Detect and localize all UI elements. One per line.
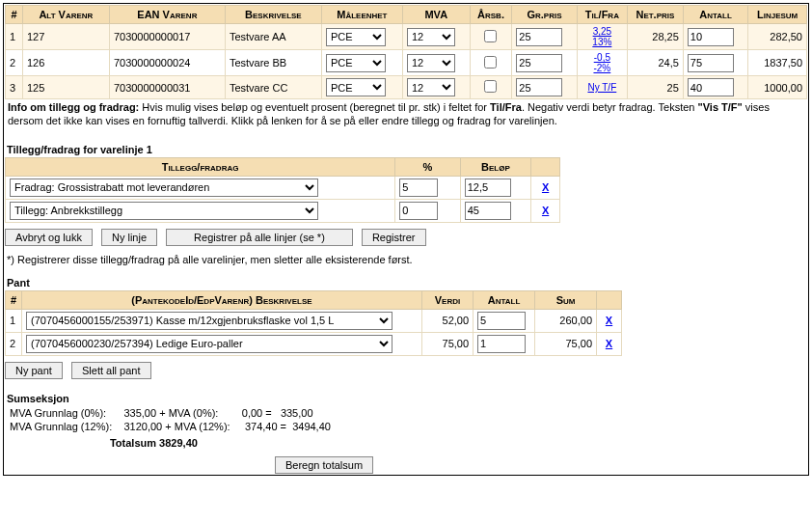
row-num: 1	[6, 309, 22, 332]
col-enhet: Måleenhet	[321, 6, 402, 24]
linjesum: 1837,50	[748, 50, 807, 76]
tf-col-b: %	[395, 157, 460, 176]
beregn-button[interactable]: Beregn totalsum	[275, 456, 373, 474]
pant-verdi: 75,00	[421, 332, 473, 355]
avbryt-button[interactable]: Avbryt og lukk	[5, 229, 93, 246]
grpris-input[interactable]	[516, 28, 562, 46]
tf-link[interactable]: 13%	[592, 37, 611, 47]
enhet-select[interactable]: PCE	[326, 28, 386, 46]
table-row: 2 (7070456000230/257394) Ledige Euro-pal…	[6, 332, 622, 355]
ean-varenr: 7030000000031	[109, 76, 225, 99]
tf-belop-input[interactable]	[465, 179, 511, 197]
pant-col-v: Verdi	[421, 290, 473, 309]
antall-input[interactable]	[688, 54, 734, 72]
table-row: Tillegg: Anbrekkstillegg X	[6, 199, 560, 222]
row-num: 1	[6, 24, 23, 50]
pant-antall-input[interactable]	[477, 312, 526, 330]
registrer-alle-button[interactable]: Registrer på alle linjer (se *)	[166, 229, 353, 246]
ean-varenr: 7030000000024	[109, 50, 225, 76]
mva-select[interactable]: 12	[407, 78, 455, 96]
row-num: 3	[6, 76, 23, 99]
pant-col-n: #	[6, 290, 22, 309]
delete-x-link[interactable]: X	[538, 205, 553, 216]
arsb-checkbox[interactable]	[484, 56, 497, 69]
ean-varenr: 7030000000017	[109, 24, 225, 50]
pant-select[interactable]: (7070456000155/253971) Kasse m/12xgjenbr…	[26, 312, 392, 330]
enhet-select[interactable]: PCE	[326, 78, 386, 96]
tf-link[interactable]: -0,5	[594, 52, 610, 63]
netpris: 28,25	[627, 24, 683, 50]
pant-buttons: Ny pant Slett all pant	[5, 356, 807, 383]
tf-note: *) Registrerer disse tillegg/fradrag på …	[5, 250, 807, 267]
table-row: 1 127 7030000000017 Testvare AA PCE 12 3…	[6, 24, 807, 50]
tf-pct-input[interactable]	[399, 202, 438, 220]
col-antall: Antall	[683, 6, 747, 24]
tf-select[interactable]: Tillegg: Anbrekkstillegg	[10, 202, 318, 220]
tf-pct-input[interactable]	[399, 179, 438, 197]
pant-verdi: 52,00	[421, 309, 473, 332]
table-row: 3 125 7030000000031 Testvare CC PCE 12 N…	[6, 76, 807, 99]
pant-antall-input[interactable]	[477, 335, 526, 353]
ny-tf-link[interactable]: Ny T/F	[587, 82, 616, 93]
pant-sum: 260,00	[535, 309, 597, 332]
row-num: 2	[6, 50, 23, 76]
sum-title: Sumseksjon	[5, 383, 807, 406]
grpris-input[interactable]	[516, 54, 562, 72]
tf-table: Tillegg/fradrag % Beløp Fradrag: Grossis…	[5, 157, 560, 223]
sum-line-0: MVA Grunnlag (0%): 335,00 + MVA (0%): 0,…	[5, 406, 807, 420]
col-netpris: Net.pris	[627, 6, 683, 24]
pant-col-b: (PantekodeId/EdpVarenr) Beskrivelse	[22, 290, 422, 309]
alt-varenr: 126	[22, 50, 109, 76]
arsb-checkbox[interactable]	[484, 80, 497, 93]
registrer-button[interactable]: Registrer	[362, 229, 426, 246]
tf-col-a: Tillegg/fradrag	[6, 157, 395, 176]
info-lead: Info om tillegg og fradrag:	[8, 101, 139, 113]
mva-select[interactable]: 12	[407, 28, 455, 46]
slett-pant-button[interactable]: Slett all pant	[71, 362, 151, 379]
table-row: Fradrag: Grossistrabatt mot leverandøren…	[6, 176, 560, 199]
col-grpris: Gr.pris	[512, 6, 577, 24]
antall-input[interactable]	[688, 78, 734, 96]
col-arsb: Årsb.	[470, 6, 512, 24]
col-linjesum: Linjesum	[748, 6, 807, 24]
netpris: 25	[627, 76, 683, 99]
col-ean: EAN Varenr	[109, 6, 225, 24]
antall-input[interactable]	[688, 28, 734, 46]
tf-select[interactable]: Fradrag: Grossistrabatt mot leverandøren	[10, 179, 318, 197]
mva-select[interactable]: 12	[407, 54, 455, 72]
beskrivelse: Testvare BB	[225, 50, 321, 76]
pant-select[interactable]: (7070456000230/257394) Ledige Euro-palle…	[26, 335, 392, 353]
tf-section-title: Tillegg/fradrag for varelinje 1	[5, 134, 807, 157]
beskrivelse: Testvare AA	[225, 24, 321, 50]
tf-link[interactable]: -2%	[593, 63, 610, 73]
ny-pant-button[interactable]: Ny pant	[5, 362, 63, 379]
linjesum: 1000,00	[748, 76, 807, 99]
delete-x-link[interactable]: X	[538, 181, 553, 193]
info-text: Info om tillegg og fradrag: Hvis mulig v…	[5, 99, 807, 134]
delete-x-link[interactable]: X	[602, 315, 616, 326]
col-tilfra: Til/Fra	[577, 6, 627, 24]
col-alt: Alt Varenr	[22, 6, 109, 24]
arsb-checkbox[interactable]	[484, 30, 497, 42]
col-num: #	[6, 6, 23, 24]
tf-buttons: Avbryt og lukk Ny linje Registrer på all…	[5, 223, 807, 250]
table-row: 2 126 7030000000024 Testvare BB PCE 12 -…	[6, 50, 807, 76]
row-num: 2	[6, 332, 22, 355]
pant-title: Pant	[5, 267, 807, 290]
ny-linje-button[interactable]: Ny linje	[101, 229, 157, 246]
grpris-input[interactable]	[516, 78, 562, 96]
netpris: 24,5	[627, 50, 683, 76]
beskrivelse: Testvare CC	[225, 76, 321, 99]
pant-table: # (PantekodeId/EdpVarenr) Beskrivelse Ve…	[5, 290, 622, 356]
enhet-select[interactable]: PCE	[326, 54, 386, 72]
tf-link[interactable]: 3,25	[593, 26, 611, 37]
delete-x-link[interactable]: X	[602, 338, 616, 349]
tf-col-c: Beløp	[460, 157, 531, 176]
linjesum: 282,50	[748, 24, 807, 50]
sum-total: Totalsum 3829,40	[5, 433, 807, 451]
pant-col-a: Antall	[474, 290, 535, 309]
tf-belop-input[interactable]	[465, 202, 511, 220]
pant-sum: 75,00	[535, 332, 597, 355]
col-mva: MVA	[402, 6, 470, 24]
pant-col-s: Sum	[535, 290, 597, 309]
